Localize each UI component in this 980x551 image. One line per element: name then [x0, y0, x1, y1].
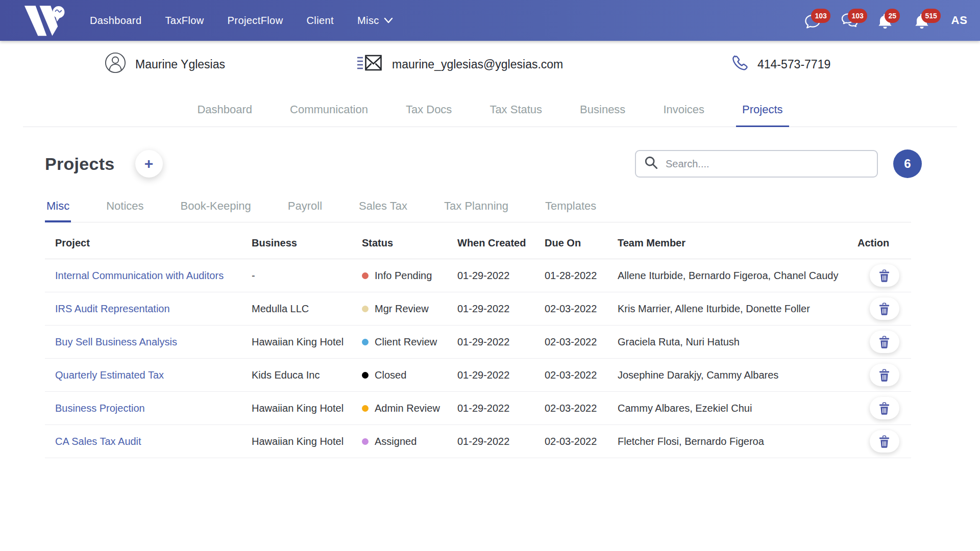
subtab-misc[interactable]: Misc	[45, 197, 71, 222]
project-count-badge[interactable]: 6	[893, 149, 922, 178]
project-link[interactable]: CA Sales Tax Audit	[55, 436, 141, 447]
when-created-cell: 01-29-2022	[457, 303, 545, 315]
status-dot	[362, 339, 369, 345]
trash-icon	[879, 269, 890, 282]
nav-item-projectflow[interactable]: ProjectFlow	[228, 15, 283, 27]
status-dot	[362, 272, 369, 279]
trash-icon	[879, 369, 890, 382]
table-row: Quarterly Estimated Tax Kids Educa Inc C…	[45, 359, 911, 392]
subtab-tax-planning[interactable]: Tax Planning	[443, 197, 510, 222]
tab-communication[interactable]: Communication	[284, 98, 374, 127]
delete-button[interactable]	[870, 364, 899, 386]
projects-toolbar: Projects + 6	[45, 147, 922, 180]
tab-invoices[interactable]: Invoices	[657, 98, 710, 127]
project-link[interactable]: Quarterly Estimated Tax	[55, 369, 164, 381]
person-icon	[105, 52, 126, 77]
column-header-due-on: Due On	[545, 237, 618, 249]
delete-button[interactable]	[870, 430, 899, 453]
notification-button[interactable]: 103	[804, 10, 821, 31]
delete-button[interactable]	[870, 331, 899, 353]
subtab-templates[interactable]: Templates	[544, 197, 598, 222]
due-on-cell: 02-03-2022	[545, 436, 618, 447]
notification-button[interactable]: 515	[914, 10, 932, 31]
team-member-cell: Fletcher Flosi, Bernardo Figeroa	[618, 436, 857, 447]
tab-tax-status[interactable]: Tax Status	[483, 98, 548, 127]
when-created-cell: 01-29-2022	[457, 403, 545, 414]
page-title: Projects	[45, 154, 115, 174]
column-header-team-member: Team Member	[618, 237, 857, 249]
phone-icon	[731, 54, 748, 74]
delete-button[interactable]	[870, 264, 899, 287]
table-row: Buy Sell Business Analysis Hawaiian King…	[45, 325, 911, 359]
client-email-group: maurine_yglesias@yglesias.com	[356, 53, 563, 76]
project-link[interactable]: IRS Audit Representation	[55, 303, 170, 314]
avatar[interactable]: AS	[951, 14, 968, 27]
table-header: ProjectBusinessStatusWhen CreatedDue OnT…	[45, 228, 911, 259]
business-cell: Medulla LLC	[252, 303, 362, 315]
subtab-notices[interactable]: Notices	[105, 197, 145, 222]
notification-count: 103	[848, 9, 867, 23]
subtab-book-keeping[interactable]: Book-Keeping	[179, 197, 253, 222]
search-box	[635, 150, 878, 178]
table-row: IRS Audit Representation Medulla LLC Mgr…	[45, 292, 911, 325]
column-header-project: Project	[55, 237, 252, 249]
due-on-cell: 01-28-2022	[545, 270, 618, 282]
nav-item-dashboard[interactable]: Dashboard	[90, 15, 141, 27]
status-dot	[362, 438, 369, 445]
add-project-button[interactable]: +	[135, 150, 163, 178]
nav-item-taxflow[interactable]: TaxFlow	[165, 15, 204, 27]
trash-icon	[879, 435, 890, 448]
client-name-group: Maurine Yglesias	[105, 52, 225, 77]
status-cell: Closed	[362, 369, 457, 381]
status-dot	[362, 306, 369, 312]
column-header-status: Status	[362, 237, 457, 249]
business-cell: Hawaiian King Hotel	[252, 403, 362, 414]
tab-business[interactable]: Business	[574, 98, 631, 127]
search-input[interactable]	[666, 158, 869, 170]
subtab-payroll[interactable]: Payroll	[286, 197, 324, 222]
trash-icon	[879, 402, 890, 415]
due-on-cell: 02-03-2022	[545, 336, 618, 348]
when-created-cell: 01-29-2022	[457, 369, 545, 381]
when-created-cell: 01-29-2022	[457, 270, 545, 282]
email-icon	[356, 53, 383, 76]
notification-button[interactable]: 25	[877, 10, 895, 31]
tab-tax-docs[interactable]: Tax Docs	[400, 98, 458, 127]
project-link[interactable]: Buy Sell Business Analysis	[55, 336, 177, 347]
app-logo[interactable]	[20, 3, 67, 38]
status-dot	[362, 372, 369, 379]
tab-projects[interactable]: Projects	[736, 98, 789, 127]
trash-icon	[879, 336, 890, 348]
tab-dashboard[interactable]: Dashboard	[191, 98, 258, 127]
main-nav: DashboardTaxFlowProjectFlowClientMisc	[90, 15, 393, 27]
nav-item-misc[interactable]: Misc	[357, 15, 393, 27]
team-member-cell: Josephine Darakjy, Cammy Albares	[618, 369, 857, 381]
due-on-cell: 02-03-2022	[545, 303, 618, 315]
project-link[interactable]: Business Projection	[55, 403, 145, 414]
projects-table: ProjectBusinessStatusWhen CreatedDue OnT…	[45, 228, 911, 458]
business-cell: -	[252, 270, 362, 282]
subtab-sales-tax[interactable]: Sales Tax	[357, 197, 409, 222]
business-cell: Hawaiian King Hotel	[252, 436, 362, 447]
search-icon	[644, 156, 658, 172]
trash-icon	[879, 303, 890, 315]
client-name: Maurine Yglesias	[135, 58, 225, 71]
notification-button[interactable]: 103	[841, 10, 858, 31]
client-tabbar: DashboardCommunicationTax DocsTax Status…	[23, 98, 957, 127]
column-header-when-created: When Created	[457, 237, 545, 249]
business-cell: Hawaiian King Hotel	[252, 336, 362, 348]
due-on-cell: 02-03-2022	[545, 369, 618, 381]
delete-button[interactable]	[870, 297, 899, 320]
status-cell: Mgr Review	[362, 303, 457, 315]
delete-button[interactable]	[870, 397, 899, 419]
business-cell: Kids Educa Inc	[252, 369, 362, 381]
due-on-cell: 02-03-2022	[545, 403, 618, 414]
team-member-cell: Cammy Albares, Ezekiel Chui	[618, 403, 857, 414]
nav-item-client[interactable]: Client	[306, 15, 334, 27]
project-link[interactable]: Internal Communication with Auditors	[55, 270, 224, 281]
notification-count: 25	[885, 9, 900, 23]
chevron-down-icon	[384, 17, 393, 24]
status-cell: Assigned	[362, 436, 457, 447]
table-row: Internal Communication with Auditors - I…	[45, 259, 911, 292]
table-body: Internal Communication with Auditors - I…	[45, 259, 911, 458]
